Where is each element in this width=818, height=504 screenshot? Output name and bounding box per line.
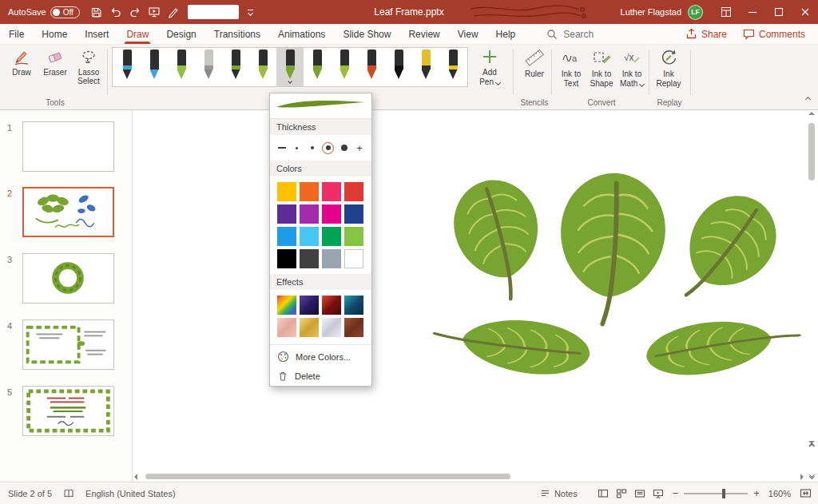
slide-sorter-view-icon[interactable] xyxy=(616,488,627,499)
ink-to-shape-button[interactable]: Ink toShape xyxy=(585,48,618,88)
delete-pen-button[interactable]: Delete xyxy=(270,367,371,386)
more-colors-button[interactable]: More Colors... xyxy=(270,347,371,367)
slide-thumbnail-5[interactable] xyxy=(22,386,114,436)
pen-12[interactable] xyxy=(412,48,439,86)
zoom-slider-thumb[interactable] xyxy=(722,489,725,498)
tab-review[interactable]: Review xyxy=(399,24,448,44)
fit-slide-to-window-icon[interactable] xyxy=(800,487,812,499)
add-pen-button[interactable]: AddPen xyxy=(473,48,506,86)
color-swatch-5F2B96[interactable] xyxy=(277,204,296,224)
notes-button[interactable]: Notes xyxy=(540,488,578,498)
color-swatch-47C7F4[interactable] xyxy=(300,227,319,246)
effect-swatch-rose-gold[interactable] xyxy=(277,318,296,337)
ink-replay-button[interactable]: InkReplay xyxy=(652,48,685,88)
color-swatch-00A453[interactable] xyxy=(322,227,341,246)
pen-4[interactable] xyxy=(195,48,222,86)
vertical-scroll-thumb[interactable] xyxy=(808,123,815,181)
pen-9[interactable] xyxy=(331,48,358,86)
tab-help[interactable]: Help xyxy=(487,24,525,44)
thickness-option-4[interactable] xyxy=(322,142,334,154)
pen-11[interactable] xyxy=(385,48,412,86)
autosave-toggle[interactable]: AutoSave Off xyxy=(8,6,80,18)
avatar[interactable]: LF xyxy=(688,5,703,20)
thickness-option-1[interactable] xyxy=(277,141,287,154)
previous-slide-button[interactable] xyxy=(810,445,814,447)
tab-slide-show[interactable]: Slide Show xyxy=(334,24,399,44)
zoom-in-button[interactable]: + xyxy=(753,487,760,499)
collapse-ribbon-button[interactable] xyxy=(806,90,810,105)
pen-selected[interactable] xyxy=(276,48,304,86)
user-name[interactable]: Luther Flagstad xyxy=(621,7,681,17)
ink-to-math-button[interactable]: √x Ink toMath xyxy=(615,48,649,88)
color-swatch-E03A33[interactable] xyxy=(344,182,363,201)
leaf-drawing-1[interactable] xyxy=(444,171,554,308)
horizontal-scroll-thumb[interactable] xyxy=(145,474,510,479)
effect-swatch-silver[interactable] xyxy=(322,318,341,337)
tab-view[interactable]: View xyxy=(449,24,487,44)
pen-3[interactable] xyxy=(168,48,195,86)
slide-thumbnail-4[interactable] xyxy=(22,319,114,370)
minimize-button[interactable] xyxy=(739,0,765,24)
slide-thumbnail-2-selected[interactable] xyxy=(22,187,114,237)
redo-button[interactable] xyxy=(126,3,144,21)
language-status[interactable]: English (United States) xyxy=(85,489,176,498)
lasso-select-button[interactable]: LassoSelect xyxy=(73,49,104,85)
thickness-option-2[interactable] xyxy=(292,141,302,154)
ribbon-display-options-button[interactable] xyxy=(713,0,739,24)
zoom-slider[interactable] xyxy=(684,493,748,494)
tab-home[interactable]: Home xyxy=(33,24,76,44)
color-swatch-F0681C[interactable] xyxy=(300,182,319,201)
ruler-button[interactable]: Ruler xyxy=(518,48,551,79)
normal-view-icon[interactable] xyxy=(598,488,609,499)
pen-1[interactable] xyxy=(113,48,141,86)
color-swatch-FFFFFF[interactable] xyxy=(344,249,363,268)
color-swatch-ED2E68[interactable] xyxy=(322,182,341,201)
scroll-up-arrow[interactable] xyxy=(808,112,815,115)
leaf-drawing-4[interactable] xyxy=(431,310,593,381)
vertical-scrollbar[interactable] xyxy=(806,112,817,444)
leaf-drawing-2[interactable] xyxy=(554,169,669,327)
leaf-drawing-5[interactable] xyxy=(642,308,802,383)
pen-2[interactable] xyxy=(141,48,168,86)
thickness-option-6[interactable]: + xyxy=(355,141,364,154)
scroll-right-arrow[interactable] xyxy=(800,474,804,480)
reading-view-icon[interactable] xyxy=(634,488,645,499)
color-swatch-404040[interactable] xyxy=(300,249,319,268)
effect-swatch-rainbow[interactable] xyxy=(277,296,296,315)
maximize-button[interactable] xyxy=(765,0,792,24)
color-swatch-FFC000[interactable] xyxy=(277,182,296,201)
zoom-level[interactable]: 160% xyxy=(768,489,791,498)
effect-swatch-galaxy[interactable] xyxy=(300,296,319,315)
horizontal-scrollbar[interactable] xyxy=(134,472,804,481)
pen-8[interactable] xyxy=(304,48,331,86)
slide-thumbnail-3[interactable] xyxy=(22,253,114,304)
thickness-option-3[interactable] xyxy=(308,141,317,154)
tab-file[interactable]: File xyxy=(0,24,33,44)
proofing-icon[interactable] xyxy=(63,488,74,499)
customize-qat-button[interactable] xyxy=(244,3,257,21)
color-swatch-1F9CE9[interactable] xyxy=(277,227,296,246)
ink-pen-quick-button[interactable] xyxy=(165,3,182,21)
slide-canvas[interactable] xyxy=(133,110,805,471)
tab-animations[interactable]: Animations xyxy=(269,24,334,44)
color-swatch-98A5AE[interactable] xyxy=(322,249,341,268)
leaf-drawing-3[interactable] xyxy=(657,179,794,322)
effect-swatch-lava[interactable] xyxy=(322,296,341,315)
color-swatch-20418E[interactable] xyxy=(344,204,363,224)
close-button[interactable] xyxy=(792,0,818,24)
color-swatch-E2008C[interactable] xyxy=(322,204,341,224)
pen-6[interactable] xyxy=(249,48,276,86)
slideshow-view-icon[interactable] xyxy=(653,488,664,499)
next-slide-button[interactable] xyxy=(810,474,814,477)
pen-13[interactable] xyxy=(439,48,467,86)
tab-insert[interactable]: Insert xyxy=(76,24,117,44)
zoom-out-button[interactable]: − xyxy=(673,487,679,499)
pen-size-combobox[interactable] xyxy=(188,5,239,19)
undo-button[interactable] xyxy=(107,3,125,21)
slide-thumbnail-1[interactable] xyxy=(22,121,114,172)
ink-to-text-button[interactable]: a Ink toText xyxy=(554,48,588,88)
color-swatch-000000[interactable] xyxy=(277,249,296,268)
comments-button[interactable]: Comments xyxy=(735,28,813,40)
tab-transitions[interactable]: Transitions xyxy=(205,24,269,44)
save-button[interactable] xyxy=(88,3,105,21)
